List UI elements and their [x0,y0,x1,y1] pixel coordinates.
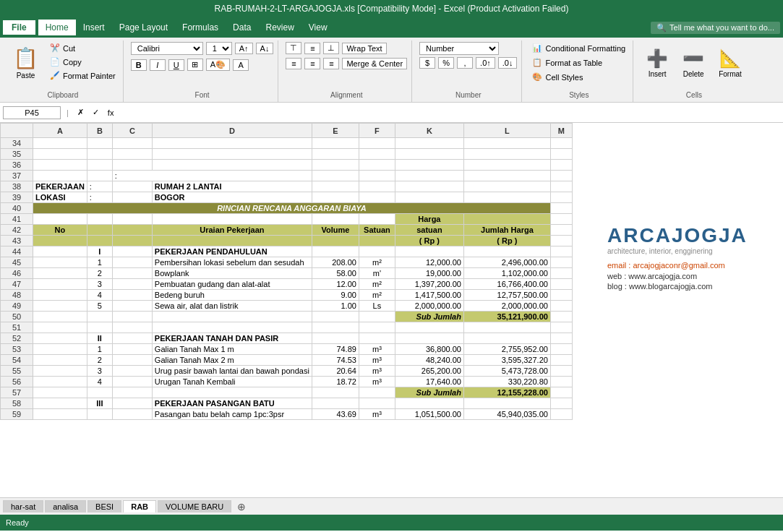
cell-E52[interactable] [312,333,359,344]
cell-B34[interactable] [87,138,112,149]
cell-E49[interactable]: 1.00 [312,301,359,312]
cell-F45[interactable]: m² [359,257,395,268]
cell-A38[interactable]: PEKERJAAN [33,181,87,192]
cell-E44[interactable] [312,246,359,257]
cell-B54[interactable]: 2 [87,355,112,366]
row-num-40[interactable]: 40 [1,203,33,214]
cell-M40[interactable] [550,203,572,214]
cell-E55[interactable]: 20.64 [312,366,359,377]
cell-B51[interactable] [87,322,112,333]
cell-K59[interactable]: 1,051,500.00 [395,409,463,420]
cell-K41[interactable]: Harga [395,214,463,225]
cell-L46[interactable]: 1,102,000.00 [463,268,550,279]
cell-D59[interactable]: Pasangan batu belah camp 1pc:3psr [152,409,312,420]
cell-E34[interactable] [312,138,359,149]
cell-E45[interactable]: 208.00 [312,257,359,268]
cell-A48[interactable] [33,290,87,301]
cell-F57[interactable] [359,387,395,398]
cell-E50[interactable] [312,312,359,322]
cell-C38[interactable] [112,181,152,192]
row-num-44[interactable]: 44 [1,246,33,257]
cell-F48[interactable]: m² [359,290,395,301]
increase-font-button[interactable]: A↑ [235,43,253,54]
cell-A41[interactable] [33,214,87,225]
fill-color-button[interactable]: A🎨 [206,59,230,71]
cell-A55[interactable] [33,366,87,377]
cell-D41[interactable] [152,214,312,225]
font-color-button[interactable]: A [233,59,249,71]
row-num-54[interactable]: 54 [1,355,33,366]
cell-M51[interactable] [550,322,572,333]
bold-button[interactable]: B [131,59,147,71]
cell-D48[interactable]: Bedeng buruh [152,290,312,301]
row-num-51[interactable]: 51 [1,322,33,333]
data-menu-item[interactable]: Data [226,20,258,35]
row-num-43[interactable]: 43 [1,236,33,246]
cell-K56[interactable]: 17,640.00 [395,377,463,387]
cell-B53[interactable]: 1 [87,344,112,355]
cell-C57[interactable] [112,387,152,398]
cell-A44[interactable] [33,246,87,257]
row-num-42[interactable]: 42 [1,225,33,236]
cell-A56[interactable] [33,377,87,387]
cell-K53[interactable]: 36,800.00 [395,344,463,355]
cell-K38[interactable] [395,181,463,192]
row-num-39[interactable]: 39 [1,192,33,203]
border-button[interactable]: ⊞ [187,59,203,71]
cell-A45[interactable] [33,257,87,268]
cell-F37[interactable] [359,171,395,181]
cell-K35[interactable] [395,149,463,160]
cell-D38[interactable]: RUMAH 2 LANTAI [152,181,312,192]
cell-L49[interactable]: 2,000,000.00 [463,301,550,312]
font-name-select[interactable]: Calibri [131,42,203,55]
cell-L55[interactable]: 5,473,728.00 [463,366,550,377]
row-num-46[interactable]: 46 [1,268,33,279]
col-header-A[interactable]: A [33,124,87,138]
cell-B48[interactable]: 4 [87,290,112,301]
cell-L59[interactable]: 45,940,035.00 [463,409,550,420]
cell-K43[interactable]: ( Rp ) [395,236,463,246]
cell-C54[interactable] [112,355,152,366]
cell-M57[interactable] [550,387,572,398]
cancel-formula-button[interactable]: ✗ [74,108,87,117]
row-num-48[interactable]: 48 [1,290,33,301]
cell-K34[interactable] [395,138,463,149]
cell-L35[interactable] [463,149,550,160]
cell-C59[interactable] [112,409,152,420]
file-menu-item[interactable]: File [3,20,35,35]
cell-M53[interactable] [550,344,572,355]
cell-M59[interactable] [550,409,572,420]
align-left-button[interactable]: ≡ [286,58,301,69]
cell-F39[interactable] [359,192,395,203]
cell-M47[interactable] [550,279,572,290]
cell-E51[interactable] [312,322,359,333]
sheet-tab-volume-baru[interactable]: VOLUME BARU [158,500,231,512]
cell-F52[interactable] [359,333,395,344]
cell-L56[interactable]: 330,220.80 [463,377,550,387]
cell-E36[interactable] [312,160,359,171]
cell-C36[interactable] [112,160,152,171]
cell-K44[interactable] [395,246,463,257]
cell-C34[interactable] [112,138,152,149]
cell-B46[interactable]: 2 [87,268,112,279]
cell-C53[interactable] [112,344,152,355]
cell-D51[interactable] [152,322,312,333]
cell-E53[interactable]: 74.89 [312,344,359,355]
cell-C46[interactable] [112,268,152,279]
cell-B45[interactable]: 1 [87,257,112,268]
col-header-K[interactable]: K [395,124,463,138]
cell-B58[interactable]: III [87,398,112,409]
cell-E58[interactable] [312,398,359,409]
cell-A46[interactable] [33,268,87,279]
align-right-button[interactable]: ≡ [323,58,339,69]
cell-M45[interactable] [550,257,572,268]
col-header-E[interactable]: E [312,124,359,138]
cell-M36[interactable] [550,160,572,171]
row-num-38[interactable]: 38 [1,181,33,192]
col-header-F[interactable]: F [359,124,395,138]
cell-C49[interactable] [112,301,152,312]
cell-K45[interactable]: 12,000.00 [395,257,463,268]
sheet-tab-analisa[interactable]: analisa [45,500,86,512]
cell-D49[interactable]: Sewa air, alat dan listrik [152,301,312,312]
cell-L41[interactable] [463,214,550,225]
